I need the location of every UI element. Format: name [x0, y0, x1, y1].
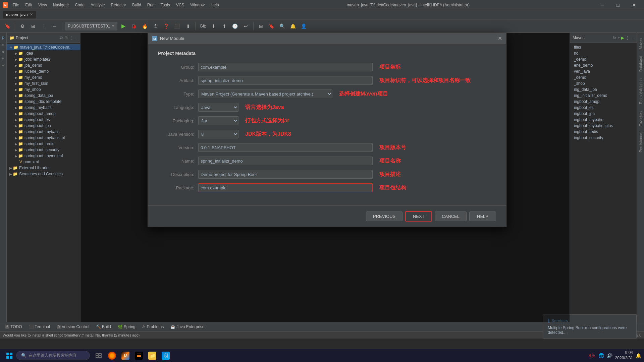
tree-item-root[interactable]: ▼ 📁 maven_java F:\IdeaCode\m... — [7, 44, 80, 50]
maven-item[interactable]: ene_demo — [570, 62, 637, 68]
tree-item-pom[interactable]: V pom.xml — [7, 159, 80, 165]
taskbar-intellij[interactable]: IJ — [119, 350, 131, 362]
version-control-tab[interactable]: 9 Version Control — [54, 324, 92, 330]
minimize-button[interactable]: ─ — [595, 0, 610, 10]
tree-item-springboot-thymeleaf[interactable]: ▶ 📁 springboot_thymeleaf — [7, 153, 80, 159]
tree-item-springboot-redis[interactable]: ▶ 📁 springboot_redis — [7, 141, 80, 147]
menu-view[interactable]: View — [36, 2, 50, 8]
taskbar-search[interactable]: 🔍 在这里输入你要搜索的内容 — [16, 351, 90, 360]
network-icon[interactable]: 🌐 — [598, 353, 604, 358]
stop-button[interactable]: ⬛ — [172, 21, 182, 31]
search-everywhere-icon[interactable]: 🔍 — [278, 21, 287, 31]
maven-item[interactable]: no — [570, 50, 637, 56]
git-update-icon[interactable]: ⬇ — [209, 21, 218, 31]
tree-item-springboot-jpa[interactable]: ▶ 📁 springboot_jpa — [7, 123, 80, 129]
maximize-button[interactable]: □ — [610, 0, 626, 10]
maven-item[interactable]: ingboot_mybatis — [570, 117, 637, 123]
taskbar-toolbox[interactable] — [133, 350, 145, 362]
packaging-select[interactable]: Jar — [198, 116, 238, 125]
problems-tab[interactable]: ⚠ Problems — [139, 324, 166, 330]
tree-item-spring-jdbc[interactable]: ▶ 📁 spring_jdbcTemplate — [7, 99, 80, 105]
maven-add-icon[interactable]: + — [618, 36, 620, 40]
tree-item-springboot-security[interactable]: ▶ 📁 springboot_security — [7, 147, 80, 153]
tree-item-scratches[interactable]: ▶ 📁 Scratches and Consoles — [7, 171, 80, 177]
coverage-button[interactable]: 🔥 — [140, 21, 150, 31]
tree-item-mydemo[interactable]: ▶ 📁 my_demo — [7, 74, 80, 80]
tab-close-icon[interactable]: ✕ — [30, 12, 33, 17]
git-button[interactable]: Git: — [198, 21, 208, 31]
run-with-button[interactable]: ❓ — [162, 21, 171, 31]
spring-tab[interactable]: 🌿 Spring — [115, 324, 138, 330]
name-input[interactable] — [198, 157, 373, 165]
grid-view-icon[interactable]: ⊞ — [256, 21, 266, 31]
maven-item[interactable]: ing_initializr_demo — [570, 93, 637, 99]
description-input[interactable] — [198, 170, 373, 179]
git-push-icon[interactable]: ⬆ — [220, 21, 229, 31]
menu-build[interactable]: Build — [129, 2, 144, 8]
debug-button[interactable]: 🐞 — [129, 21, 139, 31]
tree-item-springboot-mybatis[interactable]: ▶ 📁 springboot_mybatis — [7, 129, 80, 135]
start-button[interactable] — [3, 349, 16, 362]
tree-item-jpa-demo[interactable]: ▶ 📁 jpa_demo — [7, 62, 80, 68]
maven-item[interactable]: ingboot_es — [570, 105, 637, 111]
version-input[interactable] — [198, 143, 373, 152]
build-tab[interactable]: 🔨 Build — [93, 324, 114, 330]
menu-vcs[interactable]: VCS — [173, 2, 187, 8]
menu-edit[interactable]: Edit — [22, 2, 35, 8]
menu-window[interactable]: Window — [187, 2, 207, 8]
maven-item[interactable]: ing_data_jpa — [570, 86, 637, 93]
bookmark-icon[interactable]: 🔖 — [3, 21, 12, 31]
persistence-icon[interactable]: P — [1, 56, 6, 61]
cancel-button[interactable]: CANCEL — [435, 212, 467, 221]
right-tab-team[interactable]: Team Validation — [638, 76, 643, 107]
menu-refactor[interactable]: Refactor — [108, 2, 129, 8]
menu-run[interactable]: Run — [145, 2, 157, 8]
menu-file[interactable]: File — [10, 2, 22, 8]
maven-item[interactable]: ingboot_mybatis_plus — [570, 123, 637, 129]
right-tab-persistence[interactable]: Persistence — [638, 130, 643, 155]
tree-item-idea[interactable]: ▶ 📁 .idea — [7, 50, 80, 56]
maven-more-icon[interactable]: ⋮ — [626, 36, 630, 40]
maven-refresh-icon[interactable]: ↻ — [613, 36, 616, 40]
bookmark2-icon[interactable]: 🔖 — [267, 21, 276, 31]
taskbar-file-explorer[interactable]: 📁 — [146, 350, 158, 362]
menu-code[interactable]: Code — [72, 2, 87, 8]
more-options-icon[interactable]: ⋮ — [69, 36, 73, 40]
web-icon[interactable]: W — [1, 62, 6, 68]
maven-item[interactable]: _demo — [570, 74, 637, 80]
right-tab-favorites[interactable]: Favorites — [638, 109, 643, 129]
right-tab-maven[interactable]: Maven — [638, 36, 643, 52]
help-button[interactable]: HELP — [469, 212, 496, 221]
avatar-icon[interactable]: 👤 — [299, 21, 309, 31]
maven-item[interactable]: ven_java — [570, 68, 637, 74]
tree-item-springboot-mybatis-pl[interactable]: ▶ 📁 springboot_mybatis_pl — [7, 135, 80, 141]
tab-maven-java[interactable]: maven_java ✕ — [3, 11, 36, 18]
tree-item-ssm[interactable]: ▶ 📁 my_first_ssm — [7, 80, 80, 86]
tree-item-lucene[interactable]: ▶ 📁 lucene_demo — [7, 68, 80, 74]
project-icon[interactable]: P — [1, 36, 6, 41]
dialog-close-icon[interactable]: ✕ — [498, 35, 502, 42]
run-button[interactable]: ▶ — [119, 21, 128, 31]
maven-item[interactable]: ingboot_amqp — [570, 99, 637, 105]
settings-icon[interactable]: ⚙ — [18, 21, 27, 31]
collapse-icon[interactable]: ─ — [50, 21, 59, 31]
pause-button[interactable]: ⏸ — [183, 21, 193, 31]
artifact-input[interactable] — [198, 76, 373, 85]
next-button[interactable]: NEXT — [405, 211, 432, 222]
git-rollback-icon[interactable]: ↩ — [241, 21, 251, 31]
maven-item[interactable]: files — [570, 44, 637, 50]
layout-icon[interactable]: ⊞ — [29, 21, 38, 31]
terminal-tab[interactable]: ⬛ Terminal — [26, 324, 53, 330]
volume-icon[interactable]: 🔊 — [607, 353, 612, 358]
tree-item-spring-mybatis[interactable]: ▶ 📁 spring_mybatis — [7, 105, 80, 111]
run-config-selector[interactable]: PUBSUBTEST.TEST01 ▼ — [65, 22, 117, 31]
java-version-select[interactable]: 8 — [198, 130, 238, 138]
profile-button[interactable]: ⏱ — [151, 21, 160, 31]
close-button[interactable]: ✕ — [626, 0, 641, 10]
more-icon[interactable]: ⋮ — [39, 21, 49, 31]
menu-tools[interactable]: Tools — [158, 2, 173, 8]
tree-item-springboot-es[interactable]: ▶ 📁 springboot_es — [7, 117, 80, 123]
maven-run-icon[interactable]: ▶ — [621, 36, 624, 40]
previous-button[interactable]: PREVIOUS — [366, 212, 402, 221]
menu-help[interactable]: Help — [208, 2, 222, 8]
